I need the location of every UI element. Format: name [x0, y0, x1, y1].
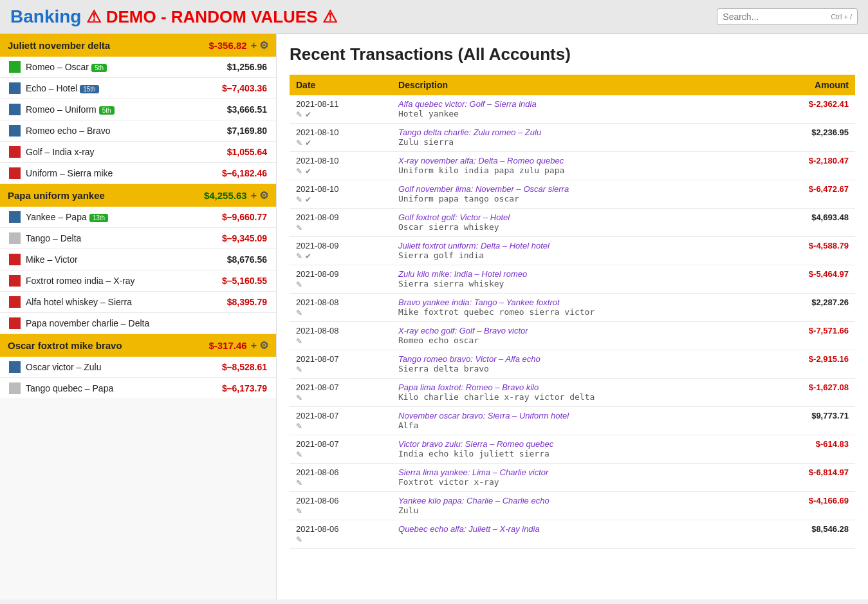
tx-desc-title-0[interactable]: Alfa quebec victor: Golf – Sierra india: [398, 99, 755, 109]
account-item-0-2[interactable]: Romeo – Uniform5th $3,666.51: [0, 99, 276, 120]
tx-date-icons-10: ✎: [296, 393, 385, 402]
account-item-2-0[interactable]: Oscar victor – Zulu $–8,528.61: [0, 357, 276, 378]
account-group-2: Oscar foxtrot mike bravo $-317.46 + ⚙ Os…: [0, 334, 276, 399]
tx-date-icons-0: ✎✔: [296, 110, 385, 119]
account-icon-1-4: [9, 296, 21, 308]
account-group-name-2: Oscar foxtrot mike bravo: [8, 340, 122, 351]
edit-icon-5[interactable]: ✎: [296, 252, 302, 261]
account-item-0-4[interactable]: Golf – India x-ray $1,055.64: [0, 142, 276, 163]
account-icon-1-5: [9, 317, 21, 329]
add-icon-1[interactable]: +: [251, 190, 257, 202]
tx-date-4: 2021-08-09 ✎: [290, 209, 392, 237]
add-icon-0[interactable]: +: [251, 40, 257, 52]
edit-icon-3[interactable]: ✎: [296, 195, 302, 204]
tx-desc-title-6[interactable]: Zulu kilo mike: India – Hotel romeo: [398, 269, 755, 279]
edit-icon-0[interactable]: ✎: [296, 110, 302, 119]
tx-desc-title-12[interactable]: Victor bravo zulu: Sierra – Romeo quebec: [398, 439, 755, 449]
gear-icon-1[interactable]: ⚙: [259, 189, 268, 202]
table-row-0: 2021-08-11 ✎✔ Alfa quebec victor: Golf –…: [290, 95, 855, 124]
tx-desc-title-3[interactable]: Golf november lima: November – Oscar sie…: [398, 184, 755, 194]
account-group-header-0[interactable]: Juliett november delta $-356.82 + ⚙: [0, 34, 276, 57]
account-amount-2-0: $–8,528.61: [222, 362, 267, 372]
tx-desc-title-7[interactable]: Bravo yankee india: Tango – Yankee foxtr…: [398, 297, 755, 307]
account-item-0-0[interactable]: Romeo – Oscar5th $1,256.96: [0, 57, 276, 78]
tx-date-icons-8: ✎: [296, 337, 385, 346]
tx-desc-sub-3: Uniform papa tango oscar: [398, 194, 755, 203]
check-icon-5[interactable]: ✔: [305, 252, 311, 261]
edit-icon-4[interactable]: ✎: [296, 223, 302, 232]
tx-desc-1: Tango delta charlie: Zulu romeo – Zulu Z…: [392, 124, 762, 152]
tx-desc-sub-1: Zulu sierra: [398, 137, 755, 147]
account-item-0-1[interactable]: Echo – Hotel15th $–7,403.36: [0, 78, 276, 99]
table-row-12: 2021-08-07 ✎ Victor bravo zulu: Sierra –…: [290, 435, 855, 464]
tx-desc-title-9[interactable]: Tango romeo bravo: Victor – Alfa echo: [398, 354, 755, 364]
tx-desc-title-5[interactable]: Juliett foxtrot uniform: Delta – Hotel h…: [398, 241, 755, 250]
tx-date-icons-5: ✎✔: [296, 252, 385, 261]
account-item-1-4[interactable]: Alfa hotel whiskey – Sierra $8,395.79: [0, 292, 276, 313]
tx-desc-title-11[interactable]: November oscar bravo: Sierra – Uniform h…: [398, 411, 755, 420]
gear-icon-2[interactable]: ⚙: [259, 339, 268, 352]
account-item-left-0-1: Echo – Hotel15th: [9, 82, 99, 94]
tx-date-icons-4: ✎: [296, 223, 385, 232]
tx-desc-title-8[interactable]: X-ray echo golf: Golf – Bravo victor: [398, 326, 755, 335]
edit-icon-6[interactable]: ✎: [296, 280, 302, 289]
account-group-name-1: Papa uniform yankee: [8, 190, 105, 201]
tx-amount-11: $9,773.71: [762, 407, 855, 435]
edit-icon-10[interactable]: ✎: [296, 393, 302, 402]
edit-icon-2[interactable]: ✎: [296, 167, 302, 176]
check-icon-2[interactable]: ✔: [305, 167, 311, 176]
tx-desc-sub-9: Sierra delta bravo: [398, 364, 755, 373]
account-item-1-3[interactable]: Foxtrot romeo india – X-ray $–5,160.55: [0, 270, 276, 292]
tx-desc-sub-8: Romeo echo oscar: [398, 335, 755, 345]
edit-icon-1[interactable]: ✎: [296, 138, 302, 147]
tx-desc-7: Bravo yankee india: Tango – Yankee foxtr…: [392, 294, 762, 322]
edit-icon-14[interactable]: ✎: [296, 507, 302, 516]
tx-date-1: 2021-08-10 ✎✔: [290, 124, 392, 152]
check-icon-1[interactable]: ✔: [305, 138, 311, 147]
add-icon-2[interactable]: +: [251, 340, 257, 352]
edit-icon-13[interactable]: ✎: [296, 478, 302, 487]
tx-desc-title-14[interactable]: Yankee kilo papa: Charlie – Charlie echo: [398, 496, 755, 505]
tx-desc-title-4[interactable]: Golf foxtrot golf: Victor – Hotel: [398, 212, 755, 222]
account-group-header-1[interactable]: Papa uniform yankee $4,255.63 + ⚙: [0, 184, 276, 207]
account-badge-0-0: 5th: [91, 64, 107, 72]
account-name-0-2: Romeo – Uniform5th: [26, 104, 115, 115]
account-item-1-1[interactable]: Tango – Delta $–9,345.09: [0, 228, 276, 249]
edit-icon-8[interactable]: ✎: [296, 337, 302, 346]
edit-icon-12[interactable]: ✎: [296, 450, 302, 459]
check-icon-0[interactable]: ✔: [305, 110, 311, 119]
search-input[interactable]: [723, 12, 826, 22]
tx-desc-title-15[interactable]: Quebec echo alfa: Juliett – X-ray india: [398, 524, 755, 534]
app-title: Banking: [10, 6, 81, 27]
tx-date-icons-1: ✎✔: [296, 138, 385, 147]
edit-icon-15[interactable]: ✎: [296, 535, 302, 544]
table-row-7: 2021-08-08 ✎ Bravo yankee india: Tango –…: [290, 294, 855, 322]
account-item-1-0[interactable]: Yankee – Papa13th $–9,660.77: [0, 207, 276, 228]
table-row-9: 2021-08-07 ✎ Tango romeo bravo: Victor –…: [290, 350, 855, 379]
edit-icon-7[interactable]: ✎: [296, 308, 302, 317]
account-item-0-3[interactable]: Romeo echo – Bravo $7,169.80: [0, 120, 276, 142]
gear-icon-0[interactable]: ⚙: [259, 39, 268, 52]
edit-icon-11[interactable]: ✎: [296, 422, 302, 431]
tx-desc-title-1[interactable]: Tango delta charlie: Zulu romeo – Zulu: [398, 127, 755, 137]
account-item-left-0-2: Romeo – Uniform5th: [9, 104, 115, 115]
tx-amount-6: $-5,464.97: [762, 265, 855, 294]
account-group-header-2[interactable]: Oscar foxtrot mike bravo $-317.46 + ⚙: [0, 334, 276, 357]
account-item-2-1[interactable]: Tango quebec – Papa $–6,173.79: [0, 378, 276, 399]
tx-amount-15: $8,546.28: [762, 520, 855, 549]
search-box[interactable]: Ctrl + /: [717, 8, 858, 25]
tx-desc-title-13[interactable]: Sierra lima yankee: Lima – Charlie victo…: [398, 467, 755, 477]
tx-desc-title-10[interactable]: Papa lima foxtrot: Romeo – Bravo kilo: [398, 382, 755, 392]
account-item-left-0-5: Uniform – Sierra mike: [9, 167, 113, 179]
tx-amount-7: $2,287.26: [762, 294, 855, 322]
edit-icon-9[interactable]: ✎: [296, 365, 302, 374]
account-item-1-5[interactable]: Papa november charlie – Delta: [0, 313, 276, 334]
account-item-1-2[interactable]: Mike – Victor $8,676.56: [0, 249, 276, 270]
tx-desc-3: Golf november lima: November – Oscar sie…: [392, 180, 762, 209]
tx-desc-title-2[interactable]: X-ray november alfa: Delta – Romeo quebe…: [398, 156, 755, 165]
tx-desc-sub-12: India echo kilo juliett sierra: [398, 449, 755, 458]
tx-desc-4: Golf foxtrot golf: Victor – Hotel Oscar …: [392, 209, 762, 237]
table-header: Date Description Amount: [290, 75, 855, 95]
account-item-0-5[interactable]: Uniform – Sierra mike $–6,182.46: [0, 163, 276, 184]
check-icon-3[interactable]: ✔: [305, 195, 311, 204]
